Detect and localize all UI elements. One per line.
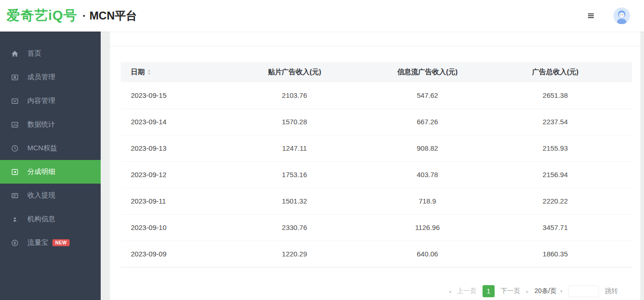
- table-row: 2023-09-12 1753.16 403.78 2156.94: [121, 161, 632, 188]
- logo-brand-text: 爱奇艺iQ号: [6, 6, 77, 25]
- logo-separator: ·: [83, 9, 86, 22]
- revenue-table-body: 2023-09-15 2103.76 547.62 2651.38 2023-0…: [121, 82, 632, 267]
- cell-preroll-revenue: 1220.29: [213, 241, 376, 267]
- cell-feed-revenue: 1126.96: [376, 214, 478, 241]
- traffic-icon: [11, 239, 19, 247]
- page-size-select[interactable]: 20条/页 ▾: [535, 287, 562, 295]
- sort-toggle-icon[interactable]: ▲▼: [148, 69, 151, 75]
- prev-page-arrow-icon[interactable]: ◂: [449, 289, 451, 294]
- table-row: 2023-09-14 1570.28 667.26 2237.54: [121, 109, 632, 135]
- cell-preroll-revenue: 1570.28: [213, 109, 376, 135]
- page-size-value: 20条/页: [535, 287, 556, 295]
- app-logo[interactable]: 爱奇艺iQ号 · MCN平台: [6, 6, 137, 25]
- pagination: ◂ 上一页 1 下一页 ▸ 20条/页 ▾ 跳转: [449, 285, 618, 297]
- main-content: 日期 ▲▼ 贴片广告收入(元) 信息流广告收入(元) 广告总收入(元) 2023…: [110, 32, 640, 300]
- cell-total-revenue: 3457.71: [478, 214, 632, 241]
- members-icon: [11, 73, 19, 81]
- sidebar-item-traffic[interactable]: 流量宝 NEW: [0, 231, 101, 255]
- withdraw-icon: [11, 191, 19, 199]
- cell-total-revenue: 2651.38: [478, 82, 632, 109]
- page-jump-button[interactable]: 跳转: [605, 287, 618, 295]
- sidebar-item-label: 机构信息: [27, 215, 55, 223]
- cell-preroll-revenue: 1753.16: [213, 161, 376, 188]
- sidebar-item-mcn-rights[interactable]: MCN权益: [0, 136, 101, 160]
- cell-date: 2023-09-13: [121, 135, 213, 161]
- sidebar-item-withdraw[interactable]: 收入提现: [0, 184, 101, 207]
- table-row: 2023-09-09 1220.29 640.06 1860.35: [121, 241, 632, 267]
- org-info-icon: [11, 215, 19, 223]
- cell-feed-revenue: 403.78: [376, 161, 478, 188]
- next-page-button[interactable]: 下一页: [501, 287, 520, 295]
- cell-total-revenue: 2237.54: [478, 109, 632, 135]
- new-badge: NEW: [52, 239, 70, 246]
- sidebar-item-label: 内容管理: [27, 96, 55, 105]
- table-row: 2023-09-15 2103.76 547.62 2651.38: [121, 82, 632, 109]
- sidebar-item-label: MCN权益: [27, 144, 57, 153]
- page-jump-input[interactable]: [568, 285, 599, 297]
- next-page-arrow-icon[interactable]: ▸: [526, 289, 528, 294]
- cell-date: 2023-09-12: [121, 161, 213, 188]
- cell-feed-revenue: 908.82: [376, 135, 478, 161]
- cell-preroll-revenue: 2330.76: [213, 214, 376, 241]
- revenue-table: 日期 ▲▼ 贴片广告收入(元) 信息流广告收入(元) 广告总收入(元) 2023…: [121, 62, 632, 268]
- sidebar-item-label: 流量宝: [27, 238, 48, 247]
- cell-preroll-revenue: 2103.76: [213, 82, 376, 109]
- cell-preroll-revenue: 1247.11: [213, 135, 376, 161]
- cell-preroll-revenue: 1501.32: [213, 188, 376, 214]
- content-top-divider: [110, 32, 640, 46]
- clock-icon: [11, 144, 19, 152]
- chevron-down-icon: ▾: [560, 289, 562, 294]
- content-icon: [11, 97, 19, 105]
- sidebar-item-content[interactable]: 内容管理: [0, 89, 101, 113]
- table-row: 2023-09-10 2330.76 1126.96 3457.71: [121, 214, 632, 241]
- column-header-date-label: 日期: [131, 68, 145, 77]
- sidebar-item-org-info[interactable]: 机构信息: [0, 207, 101, 231]
- cell-total-revenue: 2156.94: [478, 161, 632, 188]
- cell-date: 2023-09-10: [121, 214, 213, 241]
- topbar: 爱奇艺iQ号 · MCN平台: [0, 0, 644, 32]
- share-detail-icon: [11, 168, 19, 176]
- column-header-preroll-revenue: 贴片广告收入(元): [213, 62, 376, 82]
- sidebar-nav: 首页 成员管理 内容管理 数据统计 MCN权益 分成明细 收入提: [0, 32, 101, 300]
- cell-date: 2023-09-09: [121, 241, 213, 267]
- cell-date: 2023-09-11: [121, 188, 213, 214]
- column-header-date[interactable]: 日期 ▲▼: [121, 62, 213, 82]
- cell-feed-revenue: 547.62: [376, 82, 478, 109]
- column-header-feed-revenue: 信息流广告收入(元): [376, 62, 478, 82]
- sidebar-item-label: 收入提现: [27, 191, 55, 200]
- cell-total-revenue: 1860.35: [478, 241, 632, 267]
- table-row: 2023-09-11 1501.32 718.9 2220.22: [121, 188, 632, 214]
- sidebar-item-share-detail[interactable]: 分成明细: [0, 160, 101, 184]
- sidebar-item-label: 数据统计: [27, 120, 55, 129]
- sidebar-item-label: 成员管理: [27, 73, 55, 82]
- sidebar-item-home[interactable]: 首页: [0, 42, 101, 65]
- table-header-row: 日期 ▲▼ 贴片广告收入(元) 信息流广告收入(元) 广告总收入(元): [121, 62, 632, 82]
- cell-date: 2023-09-14: [121, 109, 213, 135]
- avatar-icon: [613, 7, 630, 24]
- current-page-button[interactable]: 1: [483, 285, 495, 297]
- cell-date: 2023-09-15: [121, 82, 213, 109]
- logo-platform-text: MCN平台: [90, 8, 137, 23]
- sidebar-item-label: 分成明细: [27, 167, 55, 176]
- stats-icon: [11, 121, 19, 128]
- user-avatar[interactable]: [613, 7, 630, 24]
- sidebar-item-stats[interactable]: 数据统计: [0, 113, 101, 136]
- sidebar-item-members[interactable]: 成员管理: [0, 65, 101, 89]
- table-row: 2023-09-13 1247.11 908.82 2155.93: [121, 135, 632, 161]
- sidebar-item-label: 首页: [27, 49, 41, 58]
- revenue-table-wrap: 日期 ▲▼ 贴片广告收入(元) 信息流广告收入(元) 广告总收入(元) 2023…: [121, 62, 632, 268]
- cell-total-revenue: 2155.93: [478, 135, 632, 161]
- cell-feed-revenue: 718.9: [376, 188, 478, 214]
- cell-total-revenue: 2220.22: [478, 188, 632, 214]
- prev-page-button[interactable]: 上一页: [457, 287, 477, 295]
- cell-feed-revenue: 640.06: [376, 241, 478, 267]
- column-header-total-revenue: 广告总收入(元): [478, 62, 632, 82]
- home-icon: [11, 50, 19, 57]
- menu-hamburger-icon[interactable]: [586, 12, 596, 20]
- cell-feed-revenue: 667.26: [376, 109, 478, 135]
